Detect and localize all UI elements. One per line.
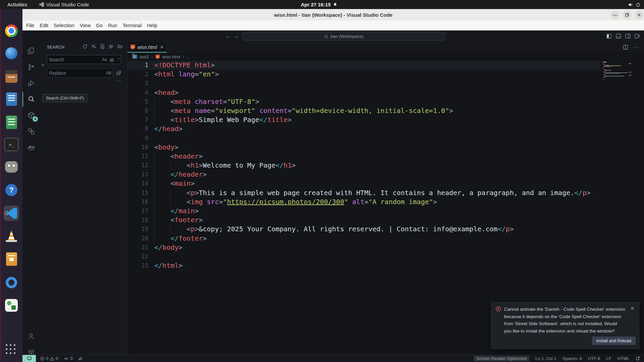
boxes-icon[interactable] (22, 123, 40, 139)
code-line[interactable]: 20 </footer> (127, 234, 600, 243)
minimap[interactable] (603, 61, 628, 80)
notifications-bell-icon[interactable] (635, 356, 640, 361)
code-line[interactable]: 2<html lang="en"> (127, 70, 600, 79)
code-line[interactable]: 23</html> (127, 261, 600, 270)
tab-close-icon[interactable]: ✕ (160, 45, 164, 50)
docker-icon[interactable] (22, 139, 40, 156)
match-case-icon[interactable]: Aa (101, 57, 108, 62)
code-line[interactable]: 6 <meta name="viewport" content="width=d… (127, 106, 600, 115)
menu-file[interactable]: File (26, 22, 34, 28)
breadcrumb-folder[interactable]: tast2 (140, 54, 149, 59)
collapse-folders-icon[interactable] (117, 44, 122, 49)
explorer-icon[interactable] (22, 43, 40, 59)
software-center-icon[interactable] (4, 298, 19, 313)
regex-icon[interactable]: .* (115, 57, 121, 62)
remote-indicator[interactable] (22, 355, 36, 362)
toggle-primary-sidebar-icon[interactable] (606, 34, 612, 39)
refresh-icon[interactable] (83, 44, 88, 49)
gimp-icon[interactable] (4, 159, 19, 175)
toggle-search-details-icon[interactable]: ··· (116, 77, 121, 83)
code-line[interactable]: 8</head> (127, 124, 600, 133)
code-line[interactable]: 16 <img src="https://picsum.photos/200/3… (127, 197, 600, 206)
code-line[interactable]: 4<head> (127, 88, 600, 97)
language-mode[interactable]: HTML (618, 356, 629, 361)
accounts-icon[interactable] (22, 328, 40, 344)
problems-indicator[interactable]: 0 0 (40, 356, 58, 361)
menu-view[interactable]: View (80, 22, 91, 28)
replace-all-icon[interactable] (115, 69, 122, 76)
show-applications-icon[interactable] (6, 344, 15, 354)
code-line[interactable]: 19 <p>&copy; 2025 Your Company. All righ… (127, 225, 600, 234)
blue-app-icon[interactable] (4, 46, 19, 61)
window-titlebar[interactable]: wisn.html - tian (Workspace) - Visual St… (22, 9, 644, 20)
breadcrumb-file[interactable]: wisn.html (162, 54, 180, 59)
activities-button[interactable]: Activities (7, 0, 27, 9)
libreoffice-calc-icon[interactable] (4, 115, 19, 130)
code-line[interactable]: 1<!DOCTYPE html> (127, 61, 600, 70)
debug-status-icon[interactable] (78, 356, 83, 361)
code-line[interactable]: 3 (127, 79, 600, 88)
code-line[interactable]: 15 <p>This is a simple web page created … (127, 188, 600, 197)
install-and-reload-button[interactable]: Install and Reload (592, 337, 636, 345)
vlc-icon[interactable] (4, 228, 19, 244)
encoding[interactable]: UTF-8 (588, 356, 600, 361)
notification-close-icon[interactable]: ✕ (630, 306, 634, 311)
close-button[interactable]: ✕ (635, 11, 643, 19)
cursor-position[interactable]: Ln 1, Col 1 (535, 356, 556, 361)
code-line[interactable]: 10<body> (127, 143, 600, 152)
search-input[interactable] (47, 57, 101, 62)
whole-word-icon[interactable]: ab (108, 57, 115, 62)
screen-reader-status[interactable]: Screen Reader Optimized (474, 356, 529, 361)
menu-go[interactable]: Go (96, 22, 103, 28)
preserve-case-icon[interactable]: AB (105, 71, 113, 75)
expand-results-icon[interactable] (109, 44, 114, 49)
focused-app-indicator[interactable]: Visual Studio Code (39, 0, 89, 9)
menu-terminal[interactable]: Terminal (123, 22, 142, 28)
code-line[interactable]: 5 <meta charset="UTF-8"> (127, 97, 600, 106)
code-line[interactable]: 9 (127, 134, 600, 143)
menu-run[interactable]: Run (108, 22, 117, 28)
code-line[interactable]: 18 <footer> (127, 216, 600, 225)
breadcrumb-symbol[interactable]: ... (186, 54, 190, 59)
files-icon[interactable] (4, 69, 19, 84)
ports-indicator[interactable]: 0 (63, 356, 72, 361)
menu-help[interactable]: Help (147, 22, 157, 28)
go-back-button[interactable]: ← (224, 31, 232, 42)
open-search-editor-icon[interactable] (100, 44, 105, 49)
menu-selection[interactable]: Selection (54, 22, 74, 28)
tab-wisn-html[interactable]: <> wisn.html ✕ (127, 42, 167, 53)
code-line[interactable]: 12 <h1>Welcome to My Page</h1> (127, 161, 600, 170)
run-debug-icon[interactable] (22, 75, 40, 91)
code-line[interactable]: 21</body> (127, 243, 600, 252)
source-control-icon[interactable] (22, 59, 40, 75)
split-editor-icon[interactable] (623, 45, 628, 50)
terminal-icon[interactable]: >_ (4, 137, 19, 152)
command-center[interactable]: tian (Workspace) (243, 32, 445, 41)
maximize-button[interactable] (623, 11, 631, 19)
chrome-icon[interactable] (4, 23, 19, 39)
vscode-dock-icon[interactable] (4, 205, 19, 221)
eol-sequence[interactable]: LF (606, 356, 611, 361)
code-line[interactable]: 13 </header> (127, 170, 600, 179)
search-view-icon[interactable] (22, 91, 40, 107)
toggle-panel-icon[interactable] (616, 34, 621, 39)
code-line[interactable]: 22 (127, 252, 600, 261)
menu-edit[interactable]: Edit (40, 22, 48, 28)
clock-menu[interactable]: Apr 27 16:15 (301, 0, 337, 9)
libreoffice-impress-icon[interactable] (4, 251, 19, 267)
toggle-replace-chevron[interactable] (41, 63, 45, 67)
software-updater-icon[interactable] (4, 275, 19, 290)
help-icon[interactable]: ? (4, 182, 19, 198)
code-line[interactable]: 11 <header> (127, 152, 600, 161)
minimize-button[interactable]: — (611, 11, 619, 19)
customize-layout-icon[interactable] (635, 34, 640, 39)
editor-more-actions-icon[interactable]: ··· (633, 44, 639, 50)
code-line[interactable]: 17 </main> (127, 206, 600, 216)
code-line[interactable]: 14 <main> (127, 179, 600, 188)
system-tray[interactable] (628, 0, 641, 9)
clear-results-icon[interactable] (91, 44, 96, 49)
replace-input[interactable] (47, 70, 105, 76)
code-editor[interactable]: 1<!DOCTYPE html>2<html lang="en">34<head… (127, 61, 600, 270)
indentation[interactable]: Spaces: 4 (562, 356, 582, 361)
toggle-secondary-sidebar-icon[interactable] (625, 34, 631, 39)
